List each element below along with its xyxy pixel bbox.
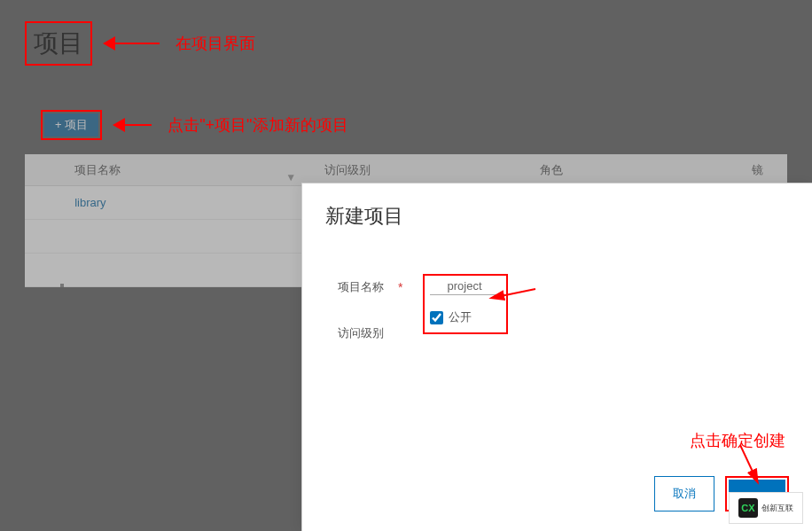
- logo-mark-text: CX: [741, 503, 754, 513]
- annotation-arrow-icon: [113, 118, 152, 132]
- col-name-label: 项目名称: [74, 163, 121, 176]
- table-header: 项目名称 ▼ 访问级别 角色 镜: [25, 154, 787, 186]
- project-name-input[interactable]: [430, 277, 499, 295]
- logo-mark-icon: CX: [738, 498, 758, 518]
- add-project-button[interactable]: + 项目: [44, 113, 98, 137]
- logo-text: 创新互联: [761, 503, 793, 514]
- col-access-header[interactable]: 访问级别: [307, 162, 529, 178]
- plus-icon: +: [55, 118, 65, 131]
- modal-title: 新建项目: [302, 184, 812, 237]
- new-project-form: 项目名称 * 访问级别 公开 输入项目名称: [302, 237, 812, 341]
- public-label: 公开: [449, 309, 472, 325]
- filter-icon[interactable]: ▼: [285, 171, 296, 184]
- required-icon: *: [398, 280, 402, 294]
- form-inputs-highlight: 公开: [423, 274, 508, 334]
- annotation-text-header: 在项目界面: [176, 33, 255, 54]
- annotation-text-addproject: 点击"+项目"添加新的项目: [168, 114, 347, 136]
- page-title-highlight: 项目: [25, 21, 92, 66]
- access-level-label: 访问级别: [338, 325, 398, 341]
- new-project-modal: 新建项目 项目名称 * 访问级别 公开: [301, 183, 812, 531]
- annotation-text-confirm: 点击确定创建: [690, 430, 785, 451]
- annotation-arrow-icon: [103, 36, 160, 51]
- public-checkbox[interactable]: [430, 311, 443, 324]
- cancel-button[interactable]: 取消: [654, 476, 714, 511]
- project-link[interactable]: library: [67, 196, 307, 209]
- add-project-label: 项目: [65, 118, 88, 131]
- scroll-marker-icon: [60, 284, 64, 287]
- col-name-header[interactable]: 项目名称 ▼: [67, 162, 307, 178]
- col-mirror-header[interactable]: 镜: [752, 162, 787, 178]
- add-project-highlight: + 项目: [41, 110, 102, 140]
- logo-badge: CX 创新互联: [729, 492, 803, 524]
- page-title: 项目: [34, 29, 83, 57]
- page-header: 项目 在项目界面: [0, 0, 812, 74]
- toolbar: + 项目 点击"+项目"添加新的项目: [0, 74, 812, 140]
- col-role-header[interactable]: 角色: [529, 162, 752, 178]
- project-name-label: 项目名称: [338, 279, 398, 295]
